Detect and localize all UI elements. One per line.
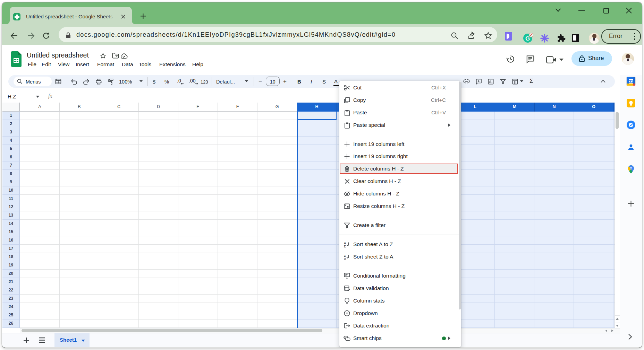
svg-text:A: A xyxy=(344,257,346,260)
svg-text:A: A xyxy=(344,242,346,245)
svg-text:Z: Z xyxy=(344,245,346,247)
svg-text:Z: Z xyxy=(344,254,346,257)
